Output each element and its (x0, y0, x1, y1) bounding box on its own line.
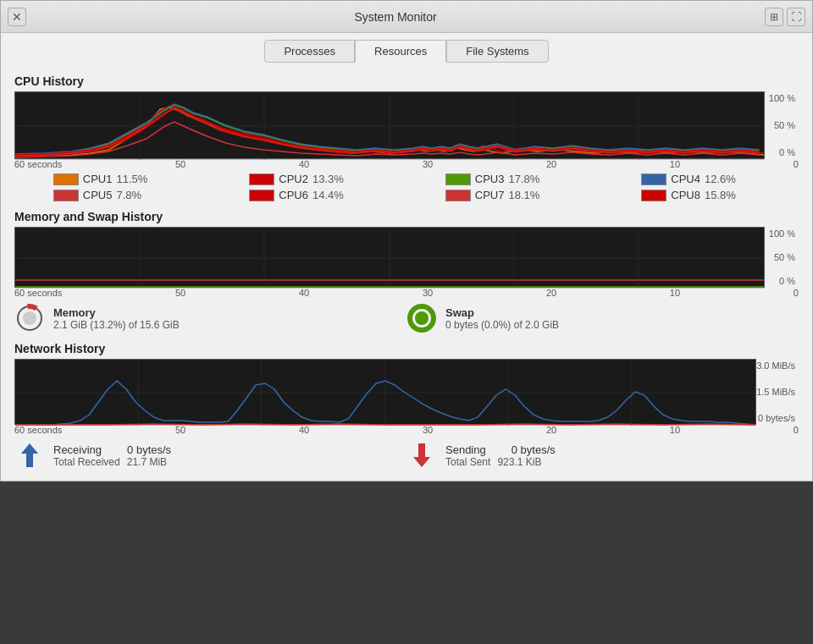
memory-section-title: Memory and Swap History (14, 210, 799, 223)
net-x-3: 30 (423, 425, 433, 435)
cpu-section: CPU History (14, 74, 799, 201)
memory-y-labels: 100 % 50 % 0 % (765, 227, 799, 288)
swap-label: Swap (445, 306, 559, 319)
cpu6-pct: 14.4% (312, 189, 344, 201)
cpu7-legend: CPU7 18.1% (445, 189, 564, 201)
memory-chart-area (14, 227, 765, 288)
swap-info-item: Swap 0 bytes (0.0%) of 2.0 GiB (406, 303, 799, 333)
cpu-y-mid: 50 % (774, 120, 795, 130)
sending-text: Sending 0 bytes/s Total Sent 923.1 KiB (445, 443, 556, 468)
monitor-icon: ⊞ (770, 11, 778, 23)
cpu6-color (249, 190, 274, 201)
monitor-button[interactable]: ⊞ (765, 8, 783, 26)
receiving-arrow-icon (14, 440, 45, 471)
cpu2-color (249, 173, 274, 185)
cpu8-color (641, 190, 666, 201)
receiving-label: Receiving (53, 443, 102, 456)
net-y-bot: 0 bytes/s (758, 413, 795, 423)
memory-info-item: Memory 2.1 GiB (13.2%) of 15.6 GiB (14, 303, 406, 333)
mem-x-6: 0 (794, 288, 799, 298)
network-x-labels: 60 seconds 50 40 30 20 10 0 (14, 425, 799, 435)
cpu4-color (641, 173, 666, 185)
net-x-4: 20 (546, 425, 556, 435)
total-received-val: 21.7 MiB (127, 456, 167, 468)
net-y-mid: 1.5 MiB/s (756, 387, 795, 397)
cpu4-pct: 12.6% (705, 173, 736, 185)
close-button[interactable]: ✕ (8, 8, 26, 26)
cpu-y-bot: 0 % (779, 147, 795, 157)
cpu-y-top: 100 % (769, 93, 795, 103)
mem-x-0: 60 seconds (14, 288, 62, 298)
cpu1-pct: 11.5% (116, 173, 147, 185)
swap-donut-icon (406, 303, 437, 333)
mem-x-2: 40 (299, 288, 309, 298)
cpu2-legend: CPU2 13.3% (249, 173, 368, 185)
mem-x-5: 10 (670, 288, 680, 298)
cpu-legend-row2: CPU5 7.8% CPU6 14.4% CPU7 18.1% CPU8 15.… (14, 189, 799, 201)
cpu-x-4: 20 (546, 159, 556, 169)
memory-y-top: 100 % (769, 228, 795, 239)
tab-filesystems[interactable]: File Systems (446, 40, 548, 63)
expand-icon: ⛶ (791, 11, 801, 23)
svg-point-18 (23, 311, 36, 325)
cpu5-label: CPU5 (83, 189, 113, 201)
close-icon: ✕ (12, 10, 22, 24)
swap-detail: 0 bytes (0.0%) of 2.0 GiB (445, 319, 559, 331)
memory-detail: 2.1 GiB (13.2%) of 15.6 GiB (53, 319, 180, 331)
cpu7-label: CPU7 (475, 189, 505, 201)
memory-label: Memory (53, 306, 180, 319)
cpu-chart-area (14, 91, 765, 159)
memory-donut-icon (14, 303, 45, 333)
network-section: Network History (14, 342, 799, 471)
network-chart-area (14, 359, 756, 425)
network-y-labels: 3.0 MiB/s 1.5 MiB/s 0 bytes/s (756, 359, 799, 425)
memory-info-text: Memory 2.1 GiB (13.2%) of 15.6 GiB (53, 306, 180, 331)
cpu-section-title: CPU History (14, 74, 799, 88)
cpu1-color (53, 173, 79, 185)
cpu-x-5: 10 (670, 159, 680, 169)
memory-x-labels: 60 seconds 50 40 30 20 10 0 (14, 288, 799, 298)
svg-point-21 (415, 311, 429, 325)
cpu6-label: CPU6 (279, 189, 308, 201)
cpu3-pct: 17.8% (508, 173, 539, 185)
cpu1-label: CPU1 (83, 173, 113, 185)
cpu5-pct: 7.8% (116, 189, 141, 201)
cpu7-pct: 18.1% (508, 189, 539, 201)
total-sent-label: Total Sent (445, 456, 490, 468)
net-x-2: 40 (299, 425, 309, 435)
memory-section: Memory and Swap History (14, 210, 799, 333)
cpu-x-6: 0 (794, 159, 799, 169)
cpu5-legend: CPU5 7.8% (53, 189, 172, 201)
network-section-title: Network History (14, 342, 799, 355)
sending-arrow-icon (406, 440, 437, 471)
cpu2-label: CPU2 (279, 173, 308, 185)
memory-y-bot: 0 % (779, 276, 795, 286)
cpu7-color (445, 190, 471, 201)
memory-chart-svg (15, 228, 764, 289)
sending-item: Sending 0 bytes/s Total Sent 923.1 KiB (406, 440, 799, 471)
cpu8-pct: 15.8% (705, 189, 736, 201)
net-y-top: 3.0 MiB/s (756, 361, 795, 371)
network-chart-svg (15, 360, 755, 426)
cpu8-legend: CPU8 15.8% (641, 189, 760, 201)
receiving-val: 0 bytes/s (127, 443, 171, 456)
receiving-text: Receiving 0 bytes/s Total Received 21.7 … (53, 443, 171, 468)
expand-button[interactable]: ⛶ (787, 8, 805, 26)
cpu4-legend: CPU4 12.6% (641, 173, 760, 185)
total-sent-val: 923.1 KiB (497, 456, 541, 468)
cpu4-label: CPU4 (671, 173, 700, 185)
cpu2-pct: 13.3% (312, 173, 344, 185)
memory-y-mid: 50 % (774, 252, 795, 262)
receiving-item: Receiving 0 bytes/s Total Received 21.7 … (14, 440, 406, 471)
main-content: CPU History (1, 63, 812, 481)
svg-marker-31 (413, 443, 430, 467)
total-received-label: Total Received (53, 456, 120, 468)
net-x-1: 50 (175, 425, 185, 435)
cpu1-legend: CPU1 11.5% (53, 173, 172, 185)
tab-resources[interactable]: Resources (355, 40, 446, 63)
net-x-0: 60 seconds (14, 425, 62, 435)
titlebar: ✕ System Monitor ⊞ ⛶ (1, 1, 812, 33)
cpu-x-0: 60 seconds (14, 159, 62, 169)
tab-processes[interactable]: Processes (264, 40, 355, 63)
cpu3-color (445, 173, 471, 185)
